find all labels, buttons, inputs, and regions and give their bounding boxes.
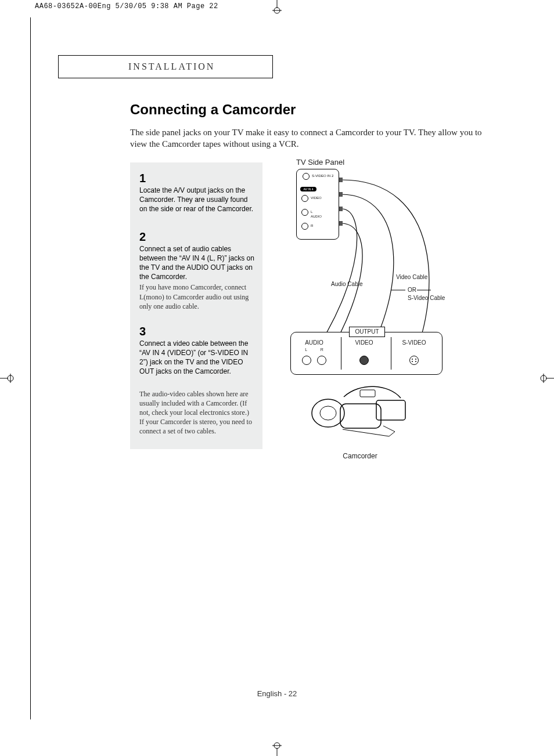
svg-rect-30: [360, 390, 375, 397]
svg-point-27: [320, 406, 336, 420]
video-label: VIDEO: [311, 196, 322, 200]
cam-video-label: VIDEO: [355, 339, 373, 346]
cam-audio-l-jack-icon: [302, 356, 311, 365]
svg-point-23: [415, 359, 416, 360]
video-jack-icon: [301, 195, 308, 202]
cam-audio-r-jack-icon: [317, 356, 326, 365]
audio-r-label: R: [311, 224, 313, 227]
step-note: If you have mono Camcorder, connect L(mo…: [139, 283, 254, 311]
cam-audio-label: AUDIO: [305, 339, 323, 346]
trim-line: [30, 17, 31, 719]
audio-l-jack-icon: [301, 209, 308, 216]
page-footer: English - 22: [0, 689, 554, 698]
crop-mark-top: [265, 0, 289, 14]
audio-cable-label: Audio Cable: [331, 281, 362, 287]
cam-r-label: R: [321, 348, 323, 352]
cam-l-label: L: [305, 348, 307, 352]
steps-panel: 1 Locate the A/V output jacks on the Cam…: [130, 162, 262, 449]
or-label: OR: [408, 287, 416, 293]
audio-label: AUDIO: [311, 215, 322, 218]
step-number: 1: [139, 171, 254, 186]
svideo-jack-icon: [303, 173, 310, 180]
cam-svideo-label: S-VIDEO: [402, 339, 426, 346]
output-label: OUTPUT: [349, 327, 385, 337]
svideo-cable-label: S-Video Cable: [408, 295, 445, 301]
section-heading-text: INSTALLATION: [128, 62, 215, 72]
crop-mark-right: [540, 367, 554, 390]
step-number: 2: [139, 229, 254, 244]
section-heading-tab: INSTALLATION: [58, 55, 273, 78]
audio-r-jack-icon: [301, 223, 308, 230]
cam-svideo-jack-icon: [409, 356, 419, 365]
print-job-header: AA68-03652A-00Eng 5/30/05 9:38 AM Page 2…: [35, 2, 218, 10]
step-body: Connect a video cable between the “AV IN…: [139, 339, 254, 377]
camcorder-output-panel: OUTPUT AUDIO L R VIDEO S-VIDEO: [290, 332, 443, 375]
svg-point-24: [412, 361, 413, 362]
audio-l-label: L: [311, 210, 312, 214]
cam-svideo-section: S-VIDEO: [391, 339, 437, 363]
footnote: The audio-video cables shown here are us…: [139, 389, 254, 436]
crop-mark-left: [0, 367, 14, 390]
svg-point-22: [412, 359, 413, 360]
tv-side-panel: S-VIDEO IN 2 AV IN 4 VIDEO L AUDIO R: [296, 169, 339, 240]
cam-video-section: VIDEO: [341, 339, 387, 363]
connection-diagram: TV Side Panel S-VIDEO IN 2 AV IN 4 VIDEO…: [273, 158, 488, 240]
camcorder-icon: [302, 384, 418, 448]
svg-point-26: [312, 399, 344, 427]
crop-mark-bottom: [265, 742, 289, 756]
lead-paragraph: The side panel jacks on your TV make it …: [130, 126, 490, 150]
step-body: Connect a set of audio cables between th…: [139, 244, 254, 282]
av-in-badge: AV IN 4: [300, 187, 316, 191]
cam-video-jack-icon: [359, 356, 369, 365]
step-body: Locate the A/V output jacks on the Camco…: [139, 186, 254, 214]
svg-rect-28: [340, 404, 381, 428]
page-title: Connecting a Camcorder: [130, 102, 296, 118]
camcorder-caption: Camcorder: [302, 452, 418, 460]
svg-point-25: [415, 361, 416, 362]
camcorder-illustration: Camcorder: [302, 384, 418, 460]
video-cable-label: Video Cable: [396, 274, 427, 280]
step-number: 3: [139, 324, 254, 339]
svideo-label: S-VIDEO IN 2: [312, 174, 333, 178]
cam-audio-section: AUDIO L R: [291, 339, 337, 363]
